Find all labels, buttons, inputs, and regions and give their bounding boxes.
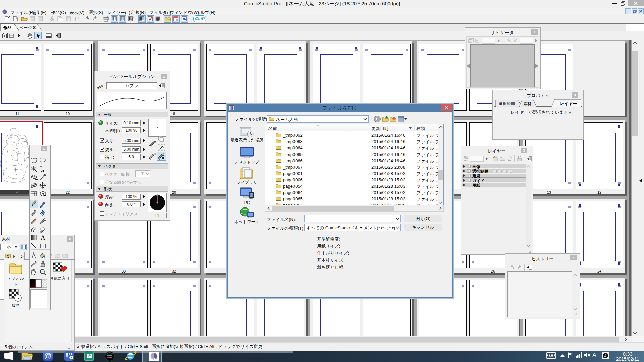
svg-text:A: A — [41, 234, 45, 241]
